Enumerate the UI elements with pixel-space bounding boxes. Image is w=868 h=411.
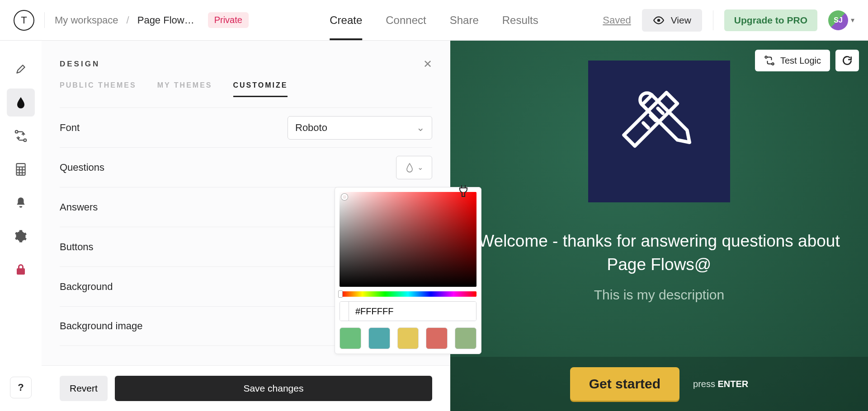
design-panel: DESIGN ✕ PUBLIC THEMES MY THEMES CUSTOMI… [42,41,450,411]
breadcrumb: My workspace / Page Flow… [55,14,194,26]
get-started-button[interactable]: Get started [570,367,679,401]
svg-line-14 [643,123,648,128]
test-logic-label: Test Logic [780,56,821,66]
design-tabs: PUBLIC THEMES MY THEMES CUSTOMIZE [42,81,450,98]
nav-tab-create[interactable]: Create [330,14,362,27]
svg-point-1 [15,131,18,133]
swatch-5[interactable] [455,327,476,349]
calculator-icon [15,163,27,176]
workspace-logo[interactable]: T [14,10,34,31]
row-label-buttons: Buttons [60,241,94,253]
close-icon: ✕ [423,58,432,70]
avatar: SJ [828,10,848,30]
svg-line-12 [658,108,663,113]
panel-footer: Revert Save changes [42,365,450,411]
row-label-bg-image: Background image [60,320,142,332]
view-button[interactable]: View [642,9,702,32]
svg-point-2 [24,139,27,142]
svg-point-9 [765,56,767,58]
saturation-area[interactable] [340,192,476,287]
cta-bar: Get started press ENTER [450,357,868,411]
welcome-description[interactable]: This is my description [594,287,724,303]
current-swatch [340,302,349,321]
welcome-title[interactable]: Welcome - thanks for answering questions… [469,229,849,276]
chevron-down-icon: ⌄ [416,122,425,134]
sidebar-item-logic[interactable] [7,122,35,150]
chevron-down-icon: ⌄ [417,163,423,172]
sidebar-item-design[interactable] [7,89,35,117]
test-logic-button[interactable]: Test Logic [755,50,830,71]
reload-icon [841,55,853,66]
upgrade-button[interactable]: Upgrade to PRO [724,9,817,31]
sidebar-item-content[interactable] [7,55,35,83]
preview-tools: Test Logic [755,50,859,71]
questions-color-button[interactable]: ⌄ [396,156,432,179]
hex-input[interactable] [349,302,476,321]
drop-outline-icon [406,163,414,173]
form-preview: Test Logic Welcome - thanks for answerin… [450,41,868,411]
swatch-4[interactable] [426,327,448,349]
hex-input-wrap [340,301,476,321]
sidebar-item-lock[interactable] [7,256,35,284]
eye-icon [653,14,665,26]
nav-tab-share[interactable]: Share [450,14,479,27]
hue-handle[interactable] [338,290,343,298]
bell-icon [15,196,27,209]
sidebar-item-calculator[interactable] [7,155,35,183]
primary-nav: Create Connect Share Results [330,0,538,41]
sidebar-item-notifications[interactable] [7,189,35,217]
left-sidebar: ? [0,41,42,411]
swatch-row [340,327,476,349]
header-left: My workspace / Page Flow… Private [44,12,249,28]
swatch-2[interactable] [368,327,390,349]
help-button[interactable]: ? [10,377,32,398]
svg-rect-11 [624,93,677,146]
press-enter-hint: press ENTER [693,379,748,389]
workspace-logo-letter: T [21,14,27,26]
view-label: View [671,15,691,26]
row-font: Font Roboto ⌄ [60,107,432,147]
chevron-down-icon: ▾ [851,16,854,24]
saturation-handle[interactable] [341,194,348,200]
save-button[interactable]: Save changes [115,376,432,401]
tab-public-themes[interactable]: PUBLIC THEMES [60,81,137,97]
enter-key: ENTER [718,379,749,389]
svg-point-10 [772,63,774,65]
revert-button[interactable]: Revert [60,376,108,401]
nav-tab-connect[interactable]: Connect [386,14,426,27]
tab-my-themes[interactable]: MY THEMES [157,81,212,97]
row-label-font: Font [60,122,80,134]
swatch-1[interactable] [340,327,361,349]
breadcrumb-workspace[interactable]: My workspace [55,14,118,26]
logic-icon [764,55,775,66]
breadcrumb-current[interactable]: Page Flow… [137,14,194,26]
ruler-pencil-icon [616,89,702,174]
avatar-initials: SJ [834,16,843,24]
reload-preview-button[interactable] [835,50,859,71]
nav-tab-results[interactable]: Results [502,14,538,27]
row-questions: Questions ⌄ [60,147,432,187]
hue-slider[interactable] [340,291,476,297]
sidebar-item-settings[interactable] [7,222,35,250]
panel-title: DESIGN [60,60,100,69]
lock-icon [16,264,26,276]
font-select[interactable]: Roboto ⌄ [288,116,432,140]
cursor-icon [457,184,470,198]
breadcrumb-separator: / [127,14,129,26]
account-menu[interactable]: SJ ▾ [828,10,854,30]
drop-icon [15,96,26,109]
enter-prefix: press [693,379,717,389]
welcome-image-tile[interactable] [588,61,730,202]
divider [713,10,713,30]
saved-status[interactable]: Saved [603,14,631,26]
swatch-3[interactable] [397,327,419,349]
row-label-background: Background [60,281,113,293]
tab-customize[interactable]: CUSTOMIZE [233,81,288,97]
font-value: Roboto [295,122,327,134]
svg-point-0 [657,19,660,22]
row-label-answers: Answers [60,201,98,213]
header-right: Saved View Upgrade to PRO SJ ▾ [603,9,854,32]
color-picker [335,187,481,354]
close-panel-button[interactable]: ✕ [423,58,432,70]
pencil-icon [15,63,27,75]
